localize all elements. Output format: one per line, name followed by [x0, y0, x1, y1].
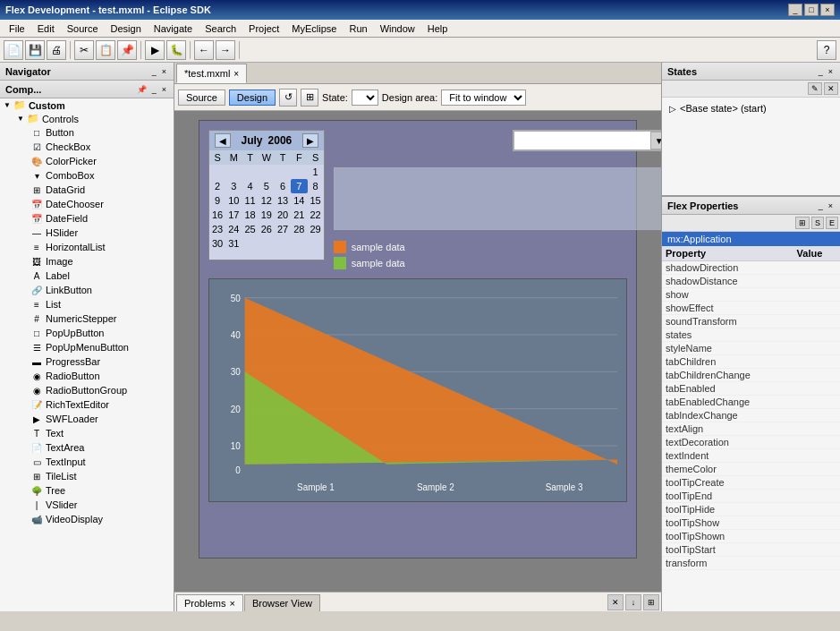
- minimize-button[interactable]: _: [788, 4, 802, 16]
- menu-navigate[interactable]: Navigate: [148, 22, 198, 35]
- comp-text[interactable]: T Text: [0, 426, 174, 440]
- source-button[interactable]: Source: [178, 90, 225, 106]
- prop-row-16[interactable]: toolTipCreate: [662, 476, 840, 490]
- comp-combobox[interactable]: ▾ ComboBox: [0, 168, 174, 183]
- save-button[interactable]: 💾: [25, 40, 45, 60]
- comp-datefield[interactable]: 📅 DateField: [0, 211, 174, 226]
- cut-button[interactable]: ✂: [74, 40, 94, 60]
- comp-hslider[interactable]: — HSlider: [0, 226, 174, 240]
- copy-button[interactable]: 📋: [96, 40, 115, 60]
- prop-value-9[interactable]: [793, 382, 840, 396]
- components-minimize[interactable]: _: [150, 85, 158, 94]
- prop-value-15[interactable]: [793, 463, 840, 476]
- comp-popupmenubutton[interactable]: ☰ PopUpMenuButton: [0, 340, 174, 354]
- prop-row-7[interactable]: tabChildren: [662, 355, 840, 369]
- comp-datagrid[interactable]: ⊞ DataGrid: [0, 183, 174, 197]
- prop-row-18[interactable]: toolTipHide: [662, 503, 840, 516]
- prop-value-0[interactable]: [793, 261, 840, 275]
- flex-style-btn[interactable]: S: [811, 217, 824, 229]
- prop-row-4[interactable]: soundTransform: [662, 315, 840, 328]
- comp-horizontallist[interactable]: ≡ HorizontalList: [0, 240, 174, 254]
- comp-vslider[interactable]: | VSlider: [0, 498, 174, 512]
- comp-list[interactable]: ≡ List: [0, 297, 174, 311]
- prop-value-13[interactable]: [793, 436, 840, 449]
- comp-popupbutton[interactable]: □ PopUpButton: [0, 326, 174, 340]
- canvas-combobox[interactable]: ▼: [513, 130, 661, 151]
- prop-value-21[interactable]: [793, 543, 840, 557]
- prob-btn-1[interactable]: ✕: [607, 594, 624, 610]
- prop-value-1[interactable]: [793, 275, 840, 288]
- prop-row-13[interactable]: textDecoration: [662, 436, 840, 449]
- prop-value-5[interactable]: [793, 328, 840, 342]
- snap-button[interactable]: ⊞: [301, 89, 318, 107]
- navigator-minimize[interactable]: _: [150, 67, 158, 76]
- comp-textarea[interactable]: 📄 TextArea: [0, 440, 174, 455]
- prop-value-10[interactable]: [793, 396, 840, 409]
- state-select[interactable]: [352, 90, 378, 106]
- comp-colorpicker[interactable]: 🎨 ColorPicker: [0, 154, 174, 168]
- menu-run[interactable]: Run: [344, 22, 372, 35]
- prop-row-5[interactable]: states: [662, 328, 840, 342]
- new-button[interactable]: 📄: [4, 40, 23, 60]
- problems-tab[interactable]: Problems ×: [176, 594, 243, 612]
- prob-btn-2[interactable]: ↓: [625, 594, 641, 610]
- prop-value-7[interactable]: [793, 355, 840, 369]
- prop-value-8[interactable]: [793, 369, 840, 382]
- menu-source[interactable]: Source: [62, 22, 104, 35]
- menu-window[interactable]: Window: [375, 22, 420, 35]
- prop-row-15[interactable]: themeColor: [662, 463, 840, 476]
- components-close[interactable]: ×: [160, 85, 168, 94]
- combo-dropdown-arrow[interactable]: ▼: [650, 132, 661, 149]
- prob-btn-3[interactable]: ⊞: [643, 594, 659, 610]
- comp-label[interactable]: A Label: [0, 269, 174, 283]
- prop-value-3[interactable]: [793, 302, 840, 315]
- comp-radiobuttongroup[interactable]: ◉ RadioButtonGroup: [0, 383, 174, 397]
- comp-tree[interactable]: 🌳 Tree: [0, 483, 174, 498]
- comp-richtexteditor[interactable]: 📝 RichTextEditor: [0, 397, 174, 412]
- debug-button[interactable]: 🐛: [166, 40, 186, 60]
- design-button[interactable]: Design: [229, 90, 276, 106]
- flex-minimize[interactable]: _: [817, 201, 825, 210]
- prop-row-14[interactable]: textIndent: [662, 449, 840, 463]
- editor-tab-testmxml[interactable]: *test.mxml ×: [176, 64, 247, 83]
- prop-value-6[interactable]: [793, 342, 840, 355]
- prop-row-9[interactable]: tabEnabled: [662, 382, 840, 396]
- cal-next-button[interactable]: ▶: [302, 133, 318, 148]
- prop-row-21[interactable]: toolTipStart: [662, 543, 840, 557]
- prop-value-12[interactable]: [793, 422, 840, 436]
- states-delete-btn[interactable]: ✕: [824, 82, 838, 95]
- comp-tilelist[interactable]: ⊞ TileList: [0, 469, 174, 483]
- prop-value-2[interactable]: [793, 288, 840, 302]
- flex-event-btn[interactable]: E: [826, 217, 838, 229]
- comp-checkbox[interactable]: ☑ CheckBox: [0, 140, 174, 154]
- states-minimize[interactable]: _: [817, 67, 825, 76]
- menu-edit[interactable]: Edit: [32, 22, 60, 35]
- prop-row-1[interactable]: shadowDistance: [662, 275, 840, 288]
- prop-value-4[interactable]: [793, 315, 840, 328]
- comp-numericstepper[interactable]: # NumericStepper: [0, 311, 174, 326]
- comp-linkbutton[interactable]: 🔗 LinkButton: [0, 283, 174, 297]
- prop-value-19[interactable]: [793, 516, 840, 530]
- restore-button[interactable]: □: [804, 4, 819, 16]
- comp-progressbar[interactable]: ▬ ProgressBar: [0, 354, 174, 369]
- prop-row-22[interactable]: transform: [662, 557, 840, 570]
- problems-close-icon[interactable]: ×: [229, 598, 234, 609]
- comp-swfloader[interactable]: ▶ SWFLoader: [0, 412, 174, 426]
- states-close[interactable]: ×: [827, 67, 835, 76]
- prop-row-20[interactable]: toolTipShown: [662, 530, 840, 543]
- prop-row-6[interactable]: styleName: [662, 342, 840, 355]
- menu-design[interactable]: Design: [106, 22, 147, 35]
- back-button[interactable]: ←: [194, 40, 214, 60]
- flex-close[interactable]: ×: [827, 201, 835, 210]
- prop-value-14[interactable]: [793, 449, 840, 463]
- menu-search[interactable]: Search: [199, 22, 242, 35]
- prop-value-22[interactable]: [793, 557, 840, 570]
- comp-textinput[interactable]: ▭ TextInput: [0, 455, 174, 469]
- window-controls[interactable]: _ □ ×: [788, 4, 835, 16]
- category-custom[interactable]: ▼ 📁 Custom: [0, 98, 174, 112]
- prop-value-20[interactable]: [793, 530, 840, 543]
- close-button[interactable]: ×: [820, 4, 835, 16]
- fit-to-window-select[interactable]: Fit to window: [441, 90, 526, 106]
- prop-row-11[interactable]: tabIndexChange: [662, 409, 840, 422]
- comp-videodisplay[interactable]: 📹 VideoDisplay: [0, 512, 174, 526]
